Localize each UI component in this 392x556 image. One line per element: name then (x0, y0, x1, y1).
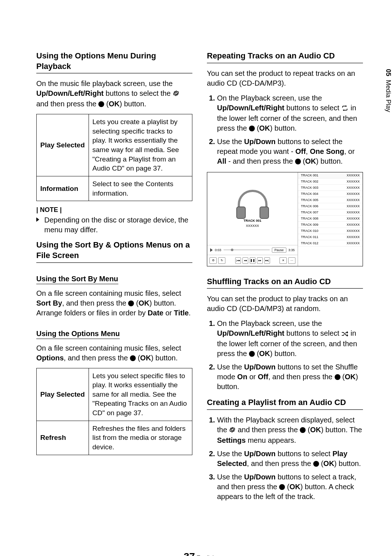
page-footer: 37 English (36, 551, 363, 556)
cell-refresh: Refresh (37, 421, 89, 455)
ok-button-icon (295, 159, 301, 164)
shuffle-icon (341, 329, 348, 339)
track-name: TRACK 009 (301, 223, 318, 226)
shuffle-step-2: Use the Up/Down buttons to set the Shuff… (217, 362, 363, 392)
rule (36, 73, 192, 74)
ok-button-icon (128, 301, 134, 306)
forward-icon: ▸▸ (257, 257, 263, 264)
cell-information: Information (37, 176, 89, 201)
rewind-icon: ◂◂ (242, 257, 248, 264)
track-name: TRACK 002 (301, 180, 318, 183)
playlist-step-1: With the Playback screen displayed, sele… (217, 415, 363, 445)
ok-button-icon (300, 427, 306, 433)
shuffle-ctl-icon: ✕ (279, 257, 287, 264)
note-item: Depending on the disc or storage device,… (36, 215, 192, 235)
time-elapsed: 0:03 (215, 248, 221, 252)
ok-button-icon (335, 374, 340, 380)
heading-sortby-options: Using the Sort By & Options Menus on a F… (36, 240, 192, 261)
page-number: 37 (184, 551, 195, 556)
ok-button-icon (249, 351, 255, 357)
track-row: TRACK 003XXXXXX (298, 185, 363, 191)
cell-information-desc: Select to see the Contents information. (89, 176, 192, 201)
ok-button-icon (130, 355, 136, 361)
heading-shuffle: Shuffling Tracks on an Audio CD (207, 277, 363, 287)
cell-refresh-desc: Refreshes the files and folders list fro… (89, 421, 192, 455)
track-artist: XXXXXX (347, 223, 360, 226)
track-name: TRACK 008 (301, 217, 318, 220)
repeat-ctl-icon: ↻ (218, 257, 225, 264)
subheading-sortby: Using the Sort By Menu (36, 275, 118, 284)
side-tab-num: 05 (385, 69, 392, 76)
subheading-options: Using the Options Menu (36, 330, 120, 339)
track-row: TRACK 012XXXXXX (298, 240, 363, 246)
side-tab-label: Media Play (385, 80, 392, 112)
heading-playlist: Creating a Playlist from an Audio CD (207, 397, 363, 408)
time-total: 3:35 (289, 248, 295, 252)
track-name: TRACK 011 (301, 235, 318, 239)
repeat-step-1: On the Playback screen, use the Up/Down/… (217, 93, 363, 133)
skip-next-icon: ▸▸| (264, 257, 270, 264)
track-row: TRACK 001XXXXXX (298, 172, 363, 179)
rule (207, 409, 363, 410)
progress-row: 0:03 Pause 3:35 (207, 245, 298, 255)
track-name: TRACK 005 (301, 198, 318, 202)
track-row: TRACK 005XXXXXX (298, 197, 363, 203)
note-label: | NOTE | (36, 206, 192, 214)
cell-play-selected-desc: Lets you create a playlist by selecting … (89, 114, 192, 176)
playlist-steps: With the Playback screen displayed, sele… (207, 415, 363, 502)
track-name: TRACK 004 (301, 192, 318, 196)
track-name: TRACK 006 (301, 204, 318, 208)
repeat-icon (341, 104, 348, 114)
track-name: TRACK 007 (301, 210, 318, 214)
progress-bar (224, 250, 270, 250)
rule (207, 288, 363, 289)
heading-repeat: Repeating Tracks on an Audio CD (207, 51, 363, 61)
side-tab: 05 Media Play (383, 65, 392, 116)
track-name: TRACK 012 (301, 241, 318, 245)
rule (207, 63, 363, 64)
headphones-icon (238, 190, 268, 212)
options-table-1: Play Selected Lets you create a playlist… (36, 114, 192, 201)
track-row: TRACK 010XXXXXX (298, 228, 363, 234)
track-row: TRACK 011XXXXXX (298, 234, 363, 240)
ok-button-icon (249, 126, 255, 131)
repeat-steps: On the Playback screen, use the Up/Down/… (207, 93, 363, 166)
ok-button-icon (313, 461, 319, 467)
track-list: TRACK 001XXXXXXTRACK 002XXXXXXTRACK 003X… (298, 172, 363, 266)
cell-play-selected: Play Selected (37, 114, 89, 176)
track-row: TRACK 008XXXXXX (298, 216, 363, 222)
pause-ctl-icon: ❚❚ (250, 257, 256, 264)
gear-icon (173, 89, 179, 99)
track-name: TRACK 003 (301, 186, 318, 189)
track-artist: XXXXXX (347, 204, 360, 208)
track-name: TRACK 010 (301, 229, 318, 233)
play-icon (210, 248, 213, 252)
player-screenshot: TRACK 001 XXXXXX 0:03 Pause 3:35 ⚙ ↻ (207, 172, 363, 266)
shuffle-intro: You can set the product to play tracks o… (207, 294, 363, 314)
pause-label: Pause (272, 248, 286, 253)
shuffle-step-1: On the Playback screen, use the Up/Down/… (217, 319, 363, 359)
playback-paragraph: On the music file playback screen, use t… (36, 79, 192, 109)
repeat-intro: You can set the product to repeat tracks… (207, 69, 363, 88)
sortby-paragraph: On a file screen containing music files,… (36, 289, 192, 318)
ok-button-icon (98, 101, 104, 107)
track-artist: XXXXXX (347, 229, 360, 233)
track-artist: XXXXXX (347, 186, 360, 189)
cell-play-selected-2-desc: Lets you select specific files to play. … (89, 368, 192, 421)
bullet-icon (36, 217, 39, 222)
cell-play-selected-2: Play Selected (37, 368, 89, 421)
playlist-step-2: Use the Up/Down buttons to select Play S… (217, 449, 363, 469)
playlist-step-3: Use the Up/Down buttons to select a trac… (217, 472, 363, 502)
options-paragraph: On a file screen containing music files,… (36, 343, 192, 363)
rule (36, 262, 192, 263)
ok-button-icon (279, 484, 285, 490)
track-row: TRACK 006XXXXXX (298, 203, 363, 209)
list-ctl-icon: ⋯ (288, 257, 295, 264)
now-playing-track: TRACK 001 (244, 219, 261, 222)
track-artist: XXXXXX (347, 180, 360, 183)
controls-row: ⚙ ↻ |◂◂ ◂◂ ❚❚ ▸▸ ▸▸| ✕ ⋯ (207, 255, 298, 266)
now-playing-artist: XXXXXX (246, 224, 259, 228)
options-table-2: Play Selected Lets you select specific f… (36, 368, 192, 455)
gear-icon (229, 426, 236, 436)
heading-options-playback: Using the Options Menu During Playback (36, 51, 192, 71)
